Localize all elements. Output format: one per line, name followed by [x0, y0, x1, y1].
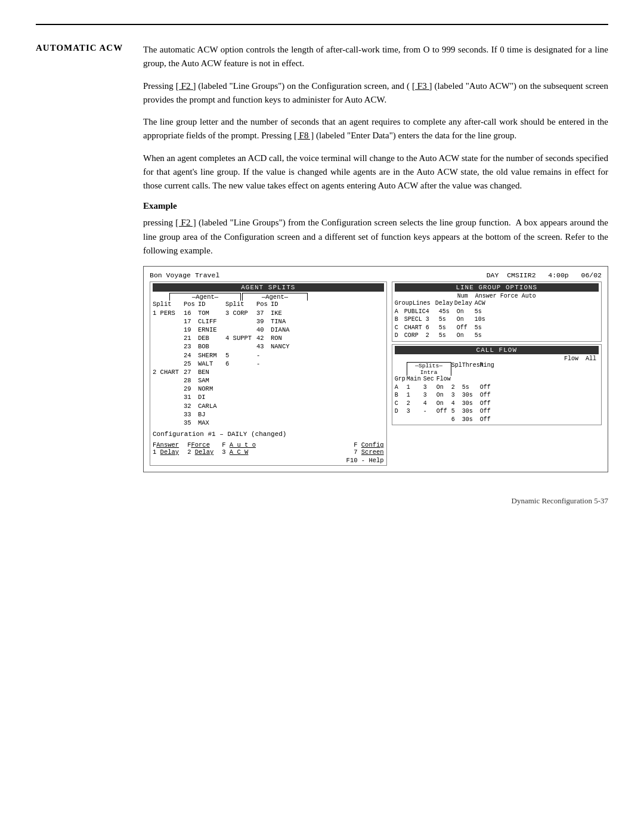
call-flow-panel: CALL FLOW Flow All —Splits— Intra Spl Th… — [392, 344, 602, 426]
f8-ref: [ F8 ] — [294, 131, 314, 140]
config-line: Configuration #1 – DAILY (changed) — [153, 431, 384, 438]
screen-simulation: Bon Voyage Travel DAY CMSIIR2 4:00p 06/0… — [143, 266, 608, 472]
f2-ref-2: [ F2 ] — [175, 218, 196, 227]
company-name: Bon Voyage Travel — [150, 271, 219, 279]
f3-ref: [ F3 ] — [412, 81, 432, 91]
paragraph-4: When an agent completes an ACD call, the… — [143, 151, 608, 193]
section-title: AUTOMATIC ACW — [36, 43, 123, 52]
fkey-config-screen[interactable]: F Config 7 Screen — [354, 441, 383, 456]
paragraph-3: The line group letter and the number of … — [143, 115, 608, 143]
paragraph-2: Pressing [ F2 ] (labeled "Line Groups") … — [143, 79, 608, 107]
right-column: The automatic ACW option controls the le… — [143, 43, 608, 472]
f2-ref: [ F2 ] — [176, 81, 196, 91]
left-column: AUTOMATIC ACW — [36, 43, 143, 472]
line-group-rows: A PUBLIC445sOn5s B SPECL35sOn10s C CHART… — [395, 308, 599, 340]
function-keys: FAnswer 1 Delay FForce 2 Delay F A u t o… — [153, 441, 384, 456]
f10-help: F10 - Help — [153, 457, 384, 464]
fkey-auto-acw[interactable]: F A u t o 3 A C W — [222, 441, 256, 456]
paragraph-1: The automatic ACW option controls the le… — [143, 43, 608, 71]
line-group-header: LINE GROUP OPTIONS — [395, 283, 599, 292]
screen-panels: AGENT SPLITS —Agent— —Agent— Split Pos I… — [150, 281, 602, 466]
example-text: pressing [ F2 ] (labeled "Line Groups") … — [143, 216, 608, 258]
agent-splits-rows: 1 PERS16TOM3 CORP37IKE 17CLIFF39TINA 19E… — [153, 309, 384, 427]
call-flow-rows: A13On25sOff B13On330sOff C24On430sOff D3… — [395, 383, 599, 424]
right-panels: LINE GROUP OPTIONS Num Answer Force Auto… — [392, 281, 602, 466]
screen-info: DAY CMSIIR2 4:00p 06/02 — [487, 271, 602, 279]
example-heading: Example — [143, 201, 608, 211]
fkey-force-delay[interactable]: FForce 2 Delay — [187, 441, 213, 456]
agent-splits-header: AGENT SPLITS — [153, 283, 384, 292]
call-flow-header: CALL FLOW — [395, 346, 599, 354]
page-footer: Dynamic Reconfiguration 5-37 — [36, 496, 608, 506]
line-group-options-panel: LINE GROUP OPTIONS Num Answer Force Auto… — [392, 281, 602, 342]
screen-header: Bon Voyage Travel DAY CMSIIR2 4:00p 06/0… — [150, 271, 602, 279]
main-content: AUTOMATIC ACW The automatic ACW option c… — [36, 43, 608, 472]
agent-splits-panel: AGENT SPLITS —Agent— —Agent— Split Pos I… — [150, 281, 387, 466]
fkey-answer-delay[interactable]: FAnswer 1 Delay — [153, 441, 179, 456]
top-border — [36, 24, 608, 25]
